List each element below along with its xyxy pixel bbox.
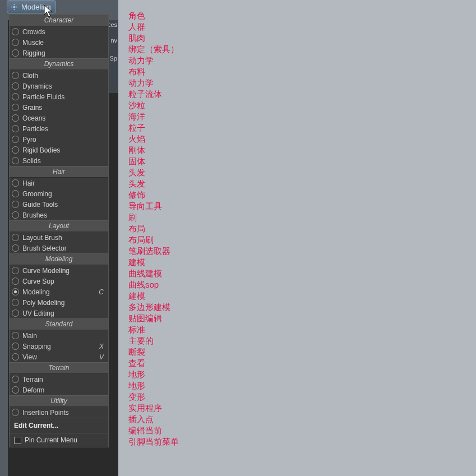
- menu-item-label: UV Editing: [22, 309, 106, 317]
- translation-line: 角色: [128, 10, 476, 21]
- peek-text: nv: [110, 37, 117, 44]
- translation-line: 海洋: [128, 111, 476, 122]
- menu-item[interactable]: Grains: [10, 102, 108, 113]
- radio-icon: [12, 376, 19, 383]
- menu-item[interactable]: Curve Modeling: [10, 265, 108, 276]
- edit-current-button[interactable]: Edit Current...: [10, 418, 108, 433]
- radio-icon: [12, 157, 19, 164]
- menu-item-label: Particles: [22, 125, 106, 133]
- menu-item[interactable]: Deform: [10, 385, 108, 395]
- translation-line: 多边形建模: [128, 302, 476, 313]
- section-header: Layout: [10, 220, 108, 232]
- menu-item[interactable]: Layout Brush: [10, 232, 108, 243]
- peek-text: ces: [108, 21, 117, 28]
- svg-point-2: [16, 6, 17, 7]
- shelf-dropdown-label: Modeling: [21, 3, 51, 11]
- translation-line: 导向工具: [128, 201, 476, 212]
- radio-icon: [12, 136, 19, 143]
- menu-item[interactable]: UV Editing: [10, 308, 108, 318]
- menu-item[interactable]: Particle Fluids: [10, 91, 108, 102]
- radio-icon: [12, 386, 19, 394]
- translation-line: 编辑当前: [128, 425, 476, 436]
- translation-line: 动力学: [128, 77, 476, 89]
- svg-point-3: [14, 4, 15, 5]
- menu-item-label: Solids: [22, 157, 106, 165]
- menu-item-label: Curve Modeling: [22, 267, 106, 275]
- shelf-set-menu: CharacterCrowdsMuscleRiggingDynamicsClot…: [9, 14, 109, 447]
- menu-item[interactable]: Oceans: [10, 113, 108, 123]
- translation-line: 布局: [128, 223, 476, 234]
- radio-icon: [12, 114, 19, 122]
- shelf-dropdown-button[interactable]: Modeling: [7, 0, 56, 13]
- menu-item[interactable]: Terrain: [10, 374, 108, 385]
- radio-icon: [12, 201, 19, 208]
- menu-item[interactable]: Insertion Points: [10, 407, 108, 418]
- translation-line: 粒子流体: [128, 89, 476, 100]
- section-header: Dynamics: [10, 58, 108, 70]
- menu-item[interactable]: Rigging: [10, 48, 108, 58]
- menu-item-label: Modeling: [22, 288, 95, 296]
- translation-line: 地形: [128, 369, 476, 380]
- translation-line: 笔刷选取器: [128, 246, 476, 257]
- translation-line: 查看: [128, 358, 476, 369]
- menu-item[interactable]: Poly Modeling: [10, 297, 108, 308]
- menu-item[interactable]: Dynamics: [10, 81, 108, 91]
- menu-item[interactable]: Cloth: [10, 70, 108, 81]
- menu-item[interactable]: Crowds: [10, 26, 108, 37]
- menu-item-label: Grooming: [22, 190, 106, 198]
- menu-item[interactable]: Brush Selector: [10, 243, 108, 253]
- translation-line: 火焰: [128, 133, 476, 145]
- translation-line: 实用程序: [128, 403, 476, 414]
- menu-item[interactable]: SnappingX: [10, 341, 108, 352]
- menu-item[interactable]: Main: [10, 330, 108, 341]
- menu-item-shortcut: C: [99, 288, 106, 296]
- menu-item[interactable]: Hair: [10, 178, 108, 188]
- radio-icon: [12, 125, 19, 132]
- svg-point-0: [13, 6, 16, 8]
- menu-item[interactable]: Grooming: [10, 188, 108, 199]
- radio-icon: [12, 146, 19, 154]
- translation-line: 变形: [128, 391, 476, 403]
- radio-icon: [12, 234, 19, 241]
- menu-item[interactable]: Particles: [10, 123, 108, 134]
- menu-item-label: Muscle: [22, 39, 106, 47]
- translation-line: 动力学: [128, 55, 476, 66]
- translation-line: 标准: [128, 324, 476, 335]
- radio-icon: [12, 179, 19, 187]
- menu-item-label: Brushes: [22, 211, 106, 219]
- svg-point-1: [11, 6, 12, 7]
- menu-item-shortcut: V: [99, 353, 106, 361]
- menu-item-label: Layout Brush: [22, 234, 106, 242]
- radio-icon: [12, 267, 19, 274]
- pin-current-menu-row[interactable]: Pin Current Menu: [10, 433, 108, 447]
- menu-item-label: Crowds: [22, 28, 106, 36]
- left-gutter: [0, 0, 8, 476]
- translation-line: 曲线sop: [128, 279, 476, 290]
- translation-line: 主要的: [128, 335, 476, 346]
- menu-item-label: Curve Sop: [22, 278, 106, 285]
- menu-item[interactable]: Curve Sop: [10, 276, 108, 286]
- menu-item[interactable]: ViewV: [10, 352, 108, 362]
- menu-item[interactable]: Rigid Bodies: [10, 145, 108, 155]
- menu-item-label: Main: [22, 332, 106, 340]
- menu-item-label: Guide Tools: [22, 201, 106, 209]
- menu-item[interactable]: Guide Tools: [10, 199, 108, 210]
- radio-icon: [12, 104, 19, 111]
- menu-item[interactable]: Solids: [10, 155, 108, 166]
- menu-item-label: Brush Selector: [22, 244, 106, 252]
- menu-item-label: Particle Fluids: [22, 93, 106, 101]
- translation-line: 头发: [128, 178, 476, 190]
- radio-icon: [12, 244, 19, 252]
- section-header: Modeling: [10, 253, 108, 265]
- menu-item[interactable]: ModelingC: [10, 286, 108, 297]
- menu-item[interactable]: Muscle: [10, 37, 108, 48]
- translation-line: 插入点: [128, 414, 476, 425]
- translation-line: 肌肉: [128, 33, 476, 44]
- menu-item[interactable]: Brushes: [10, 210, 108, 220]
- translation-line: 布局刷: [128, 234, 476, 246]
- menu-item[interactable]: Pyro: [10, 134, 108, 145]
- translation-line: 布料: [128, 66, 476, 77]
- menu-item-label: Poly Modeling: [22, 299, 106, 307]
- section-header: Character: [10, 15, 108, 26]
- radio-icon: [12, 309, 19, 317]
